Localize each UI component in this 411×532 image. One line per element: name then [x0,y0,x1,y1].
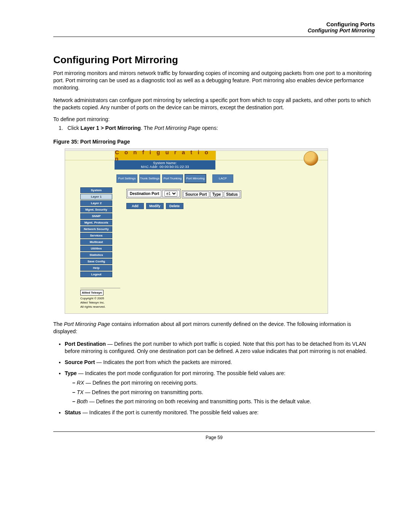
top-nav-tabs: Port Settings Trunk Settings Port Trunki… [116,170,328,186]
type-value-tx: TX — Defines the port mirroring on trans… [72,389,375,396]
running-head: Configuring Ports Configuring Port Mirro… [53,21,375,34]
banner-row: C o n f i g u r a t i o n [65,151,328,160]
field-text-src: — Indicates the port from which the pack… [95,359,232,365]
type-values-list: RX — Defines the port mirroring on recei… [72,379,375,406]
port-mirroring-page-screenshot: C o n f i g u r a t i o n System Name: M… [65,149,328,314]
step-1: 1. Click Layer 1 > Port Mirroring. The P… [59,125,375,132]
mac-address: MAC Addr: 00:00:b0:01:22:33 [115,165,215,169]
sidebar-item-logout[interactable]: Logout [80,272,112,277]
field-source-port: Source Port — Indicates the port from wh… [65,359,375,366]
banner-left-spacer [65,151,115,160]
field-description-list: Port Destination — Defines the port numb… [57,340,375,416]
sidebar-item-snmp[interactable]: SNMP [80,213,112,219]
rx-name: RX [77,380,84,386]
tab-port-trunking[interactable]: Port Trunking [162,174,183,183]
intro-paragraph-2: Network administrators can configure por… [53,97,375,111]
sidebar-item-system[interactable]: System [80,187,112,193]
page-title: Configuring Port Mirroring [53,54,375,66]
col-status: Status [224,192,240,197]
tx-text: — Defines the port mirroring on transmit… [84,389,203,395]
mirror-table: Source Port Type Status [182,190,241,198]
field-port-destination: Port Destination — Defines the port numb… [65,340,375,355]
sidebar-item-save-config[interactable]: Save Config [80,259,112,264]
step-page-name: Port Mirroring Page [154,125,200,131]
footer-rule [53,431,375,432]
copyright-block: Allied Telesyn Copyright © 2005 Allied T… [80,288,120,309]
field-type: Type — Indicates the port mode configura… [65,370,375,406]
sidebar-item-utilities[interactable]: Utilities [80,246,112,251]
after-figure-text: The Port Mirroring Page contains informa… [53,321,375,335]
figure-caption: Figure 35: Port Mirroring Page [53,139,375,145]
col-source-port: Source Port [183,192,209,197]
page-number: Page 59 [53,435,375,440]
sidebar-item-services[interactable]: Services [80,233,112,238]
field-name-dest: Port Destination [65,341,106,347]
field-name-type: Type [65,370,77,376]
action-buttons: Add Modify Delete [126,203,328,209]
running-section: Configuring Port Mirroring [53,27,375,34]
step-post: opens: [201,125,218,131]
both-text: — Defines the port mirroring on both rec… [88,398,311,404]
field-name-src: Source Port [65,359,95,365]
step-path: Layer 1 > Port Mirroring [81,125,141,131]
sidebar-item-mgmt-security[interactable]: Mgmt. Security [80,207,112,212]
both-name: Both [77,398,88,404]
type-value-rx: RX — Defines the port mirroring on recei… [72,379,375,387]
modify-button[interactable]: Modify [146,203,164,209]
tab-port-settings[interactable]: Port Settings [116,174,137,183]
step-pre: Click [67,125,80,131]
sidebar-item-statistics[interactable]: Statistics [80,252,112,258]
running-chapter: Configuring Ports [53,21,375,27]
field-name-status: Status [65,409,81,415]
sidebar-item-layer2[interactable]: Layer 2 [80,200,112,206]
tab-lacp[interactable]: LACP [212,174,233,183]
destination-port-label: Destination Port [127,190,161,197]
sidebar-item-layer1[interactable]: Layer 1 [80,194,112,200]
tab-port-mirroring[interactable]: Port Mirroring [185,174,206,183]
globe-icon [304,151,318,166]
rx-text: — Defines the port mirroring on receivin… [84,380,198,386]
header-rule [53,37,375,37]
col-type: Type [210,192,223,197]
type-value-both: Both — Defines the port mirroring on bot… [72,398,375,405]
field-text-dest: — Defines the port number to which port … [65,341,367,354]
field-text-status: — Indicates if the port is currently mon… [81,409,259,415]
destination-port-select[interactable]: e1 [164,191,177,197]
step-mid: . The [141,125,155,131]
after-fig-pagename: Port Mirroring Page [64,321,110,327]
tx-name: TX [77,389,84,395]
brand-logo: Allied Telesyn [80,290,104,296]
step-number: 1. [59,125,63,131]
content-area: Destination Port e1 Source Port Type Sta… [123,186,328,209]
lead-text: To define port mirroring: [53,116,375,122]
copyright-text: Copyright © 2005 Allied Telesyn Inc. All… [80,297,105,308]
tab-trunk-settings[interactable]: Trunk Settings [139,174,160,183]
add-button[interactable]: Add [126,203,144,209]
sidebar-item-help[interactable]: Help [80,265,112,271]
sidebar-item-network-security[interactable]: Network Security [80,226,112,232]
banner-title: C o n f i g u r a t i o n [115,151,216,160]
delete-button[interactable]: Delete [166,203,183,209]
intro-paragraph-1: Port mirroring monitors and mirrors netw… [53,70,375,91]
after-fig-pre: The [53,321,64,327]
destination-port-panel: Destination Port e1 [126,189,181,198]
sidebar-item-mgmt-protocols[interactable]: Mgmt. Protocols [80,220,112,225]
sidebar-nav: System Layer 1 Layer 2 Mgmt. Security SN… [65,186,123,312]
field-status: Status — Indicates if the port is curren… [65,409,375,416]
field-text-type: — Indicates the port mode configuration … [77,370,285,376]
sidebar-item-multicast[interactable]: Multicast [80,239,112,245]
